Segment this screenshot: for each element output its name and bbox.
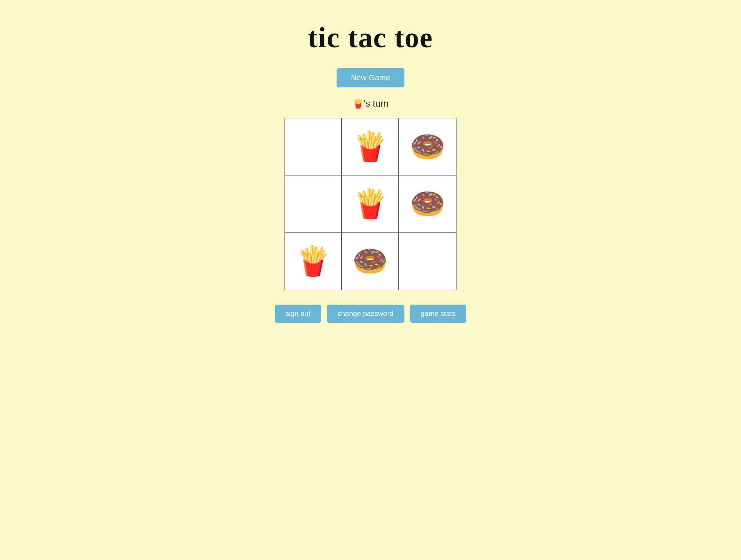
game-stats-button[interactable]: game stats	[410, 305, 467, 323]
cell-6[interactable]: 🍟	[285, 233, 342, 290]
turn-indicator: 🍟's turn	[352, 98, 389, 109]
change-password-button[interactable]: change password	[327, 305, 404, 323]
turn-emoji: 🍟	[352, 98, 364, 109]
bottom-buttons: sign out change password game stats	[275, 305, 467, 323]
new-game-button[interactable]: New Game	[337, 68, 404, 87]
cell-3[interactable]	[285, 175, 342, 233]
turn-text: 's turn	[364, 98, 389, 109]
cell-8[interactable]	[399, 233, 456, 290]
sign-out-button[interactable]: sign out	[275, 305, 321, 323]
game-board: 🍟🍩🍟🍩🍟🍩	[284, 118, 457, 290]
cell-1[interactable]: 🍟	[342, 118, 399, 175]
cell-0[interactable]	[285, 118, 342, 175]
cell-7[interactable]: 🍩	[342, 233, 399, 290]
cell-2[interactable]: 🍩	[399, 118, 456, 175]
page-title: tic tac toe	[308, 21, 433, 54]
cell-4[interactable]: 🍟	[342, 175, 399, 233]
cell-5[interactable]: 🍩	[399, 175, 456, 233]
